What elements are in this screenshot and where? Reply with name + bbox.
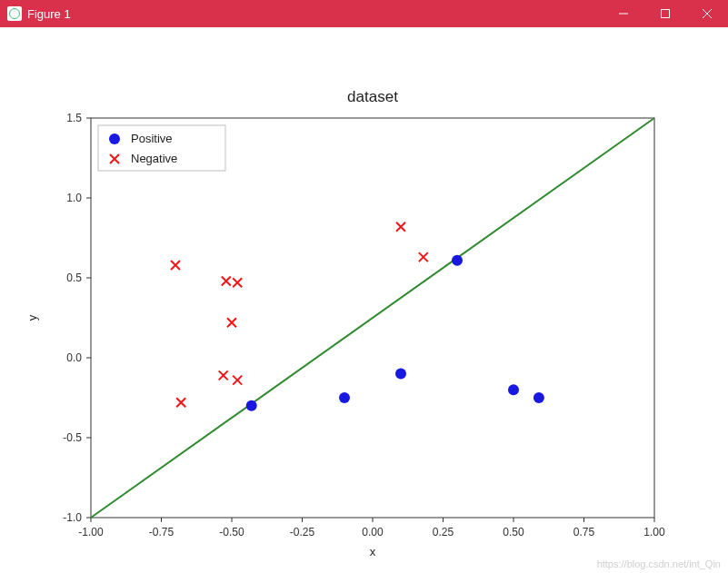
- maximize-button[interactable]: [644, 0, 686, 27]
- minimize-icon: [619, 9, 628, 18]
- legend-label: Positive: [131, 132, 173, 145]
- figure-canvas: datasetxy-1.00-0.75-0.50-0.250.000.250.5…: [0, 27, 728, 573]
- x-axis-label: x: [370, 545, 376, 558]
- y-axis-label: y: [25, 314, 39, 321]
- y-tick-label: -1.0: [63, 511, 82, 524]
- chart-title: dataset: [347, 88, 398, 105]
- close-button[interactable]: [686, 0, 728, 27]
- point-negative: [233, 278, 242, 287]
- legend-label: Negative: [131, 152, 177, 165]
- point-negative: [219, 370, 228, 380]
- point-positive: [452, 255, 463, 266]
- watermark: https://blog.csdn.net/int_Qin: [597, 558, 721, 569]
- close-icon: [703, 9, 712, 18]
- y-tick-label: 0.0: [66, 351, 82, 364]
- x-tick-label: 1.00: [643, 526, 665, 538]
- legend-marker-positive: [109, 133, 120, 144]
- x-tick-label: 0.00: [362, 526, 384, 538]
- line-decision-boundary: [91, 118, 654, 518]
- y-tick-label: 1.0: [66, 192, 82, 204]
- app-icon: [7, 6, 22, 21]
- titlebar[interactable]: Figure 1: [0, 0, 728, 27]
- maximize-icon: [661, 9, 670, 18]
- x-tick-label: 0.25: [433, 526, 454, 538]
- x-tick-label: -0.50: [219, 526, 244, 538]
- x-tick-label: -0.75: [149, 526, 175, 538]
- point-positive: [508, 384, 519, 395]
- x-tick-label: 0.75: [573, 526, 595, 538]
- x-tick-label: 0.50: [503, 526, 524, 538]
- svg-rect-1: [662, 10, 670, 18]
- x-tick-label: -0.25: [290, 526, 315, 538]
- point-negative: [176, 398, 185, 407]
- point-negative: [222, 277, 231, 286]
- window-title: Figure 1: [27, 7, 71, 21]
- point-positive: [395, 369, 406, 380]
- y-tick-label: 0.5: [66, 272, 82, 284]
- chart: datasetxy-1.00-0.75-0.50-0.250.000.250.5…: [0, 27, 728, 573]
- minimize-button[interactable]: [603, 0, 644, 27]
- y-tick-label: -0.5: [63, 431, 82, 444]
- point-positive: [534, 392, 544, 403]
- y-tick-label: 1.5: [66, 112, 82, 124]
- app-window: Figure 1 datasetxy-1.00-0.75-0.50-0.250.…: [0, 0, 728, 573]
- point-negative: [419, 252, 428, 262]
- point-positive: [339, 392, 350, 403]
- point-negative: [396, 222, 405, 232]
- point-negative: [233, 376, 242, 385]
- point-negative: [227, 318, 236, 327]
- point-negative: [171, 261, 180, 270]
- x-tick-label: -1.00: [78, 526, 104, 538]
- point-positive: [246, 400, 257, 411]
